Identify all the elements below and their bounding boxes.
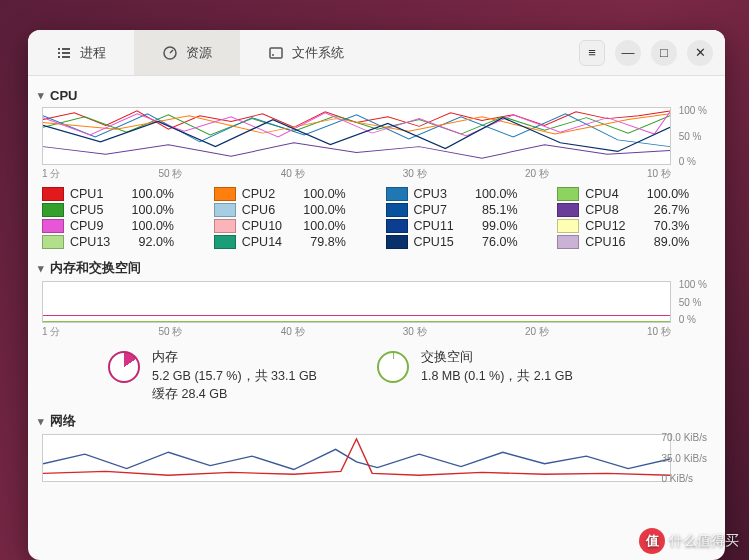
section-header-memory[interactable]: ▾ 内存和交换空间 <box>38 259 715 277</box>
cpu-legend-item: CPU10100.0% <box>214 219 368 233</box>
close-button[interactable]: ✕ <box>687 40 713 66</box>
x-tick: 1 分 <box>42 167 60 181</box>
memory-chart: 100 % 50 % 0 % <box>38 281 671 323</box>
watermark-text: 什么值得买 <box>669 532 739 550</box>
chevron-down-icon: ▾ <box>38 89 44 102</box>
x-tick: 20 秒 <box>525 325 549 339</box>
cpu-color-swatch <box>386 203 408 217</box>
cpu-name: CPU11 <box>414 219 462 233</box>
svg-rect-1 <box>270 48 282 58</box>
cpu-percent: 100.0% <box>468 187 518 201</box>
cpu-legend-item: CPU5100.0% <box>42 203 196 217</box>
watermark: 值 什么值得买 <box>639 528 739 554</box>
section-title: 网络 <box>50 412 76 430</box>
gauge-icon <box>162 45 178 61</box>
y-tick: 70.0 KiB/s <box>661 432 707 443</box>
cpu-legend-item: CPU1270.3% <box>557 219 711 233</box>
cpu-name: CPU16 <box>585 235 633 249</box>
cpu-name: CPU15 <box>414 235 462 249</box>
y-tick: 100 % <box>679 279 707 290</box>
memory-title: 内存 <box>152 347 317 367</box>
cpu-legend-item: CPU1689.0% <box>557 235 711 249</box>
cpu-legend-item: CPU1392.0% <box>42 235 196 249</box>
cpu-color-swatch <box>557 203 579 217</box>
cpu-name: CPU9 <box>70 219 118 233</box>
cpu-sparklines <box>43 108 670 164</box>
cpu-name: CPU6 <box>242 203 290 217</box>
cpu-percent: 92.0% <box>124 235 174 249</box>
disk-icon <box>268 45 284 61</box>
y-tick: 0 % <box>679 156 707 167</box>
memory-cache: 缓存 28.4 GB <box>152 385 317 404</box>
cpu-name: CPU4 <box>585 187 633 201</box>
tab-label: 进程 <box>80 44 106 62</box>
network-sparklines <box>43 435 670 481</box>
section-header-network[interactable]: ▾ 网络 <box>38 412 715 430</box>
x-tick: 50 秒 <box>159 325 183 339</box>
section-header-cpu[interactable]: ▾ CPU <box>38 88 715 103</box>
maximize-button[interactable]: □ <box>651 40 677 66</box>
memory-summary-row: 内存 5.2 GB (15.7 %)，共 33.1 GB 缓存 28.4 GB … <box>108 347 715 404</box>
cpu-color-swatch <box>386 219 408 233</box>
menu-button[interactable]: ≡ <box>579 40 605 66</box>
cpu-name: CPU12 <box>585 219 633 233</box>
cpu-legend-item: CPU785.1% <box>386 203 540 217</box>
y-tick: 50 % <box>679 297 707 308</box>
memory-item: 内存 5.2 GB (15.7 %)，共 33.1 GB 缓存 28.4 GB <box>108 347 317 404</box>
cpu-legend-item: CPU1576.0% <box>386 235 540 249</box>
swap-used: 1.8 MB (0.1 %)，共 2.1 GB <box>421 367 573 386</box>
cpu-name: CPU13 <box>70 235 118 249</box>
cpu-name: CPU10 <box>242 219 290 233</box>
cpu-legend-item: CPU1100.0% <box>42 187 196 201</box>
cpu-legend-item: CPU9100.0% <box>42 219 196 233</box>
cpu-legend-item: CPU826.7% <box>557 203 711 217</box>
cpu-name: CPU5 <box>70 203 118 217</box>
cpu-percent: 100.0% <box>296 219 346 233</box>
cpu-color-swatch <box>214 203 236 217</box>
x-tick: 30 秒 <box>403 325 427 339</box>
cpu-percent: 99.0% <box>468 219 518 233</box>
cpu-percent: 100.0% <box>124 203 174 217</box>
mem-xaxis: 1 分50 秒40 秒30 秒20 秒10 秒 <box>42 325 671 339</box>
chevron-down-icon: ▾ <box>38 262 44 275</box>
cpu-percent: 79.8% <box>296 235 346 249</box>
watermark-logo-icon: 值 <box>639 528 665 554</box>
cpu-color-swatch <box>386 235 408 249</box>
y-tick: 0 KiB/s <box>661 473 707 484</box>
cpu-percent: 100.0% <box>296 203 346 217</box>
content-area: ▾ CPU 100 % 50 % 0 % 1 分50 秒 <box>28 76 725 560</box>
window-controls: ≡ — □ ✕ <box>567 30 725 75</box>
cpu-legend-grid: CPU1100.0%CPU2100.0%CPU3100.0%CPU4100.0%… <box>42 187 711 249</box>
y-tick: 50 % <box>679 131 707 142</box>
tab-resources[interactable]: 资源 <box>134 30 240 75</box>
cpu-percent: 85.1% <box>468 203 518 217</box>
list-icon <box>56 45 72 61</box>
tab-filesystems[interactable]: 文件系统 <box>240 30 372 75</box>
cpu-legend-item: CPU2100.0% <box>214 187 368 201</box>
cpu-color-swatch <box>214 235 236 249</box>
y-tick: 0 % <box>679 314 707 325</box>
titlebar: 进程 资源 文件系统 ≡ — □ ✕ <box>28 30 725 76</box>
cpu-percent: 89.0% <box>639 235 689 249</box>
tab-label: 资源 <box>186 44 212 62</box>
cpu-chart: 100 % 50 % 0 % <box>38 107 671 165</box>
cpu-legend-item: CPU1199.0% <box>386 219 540 233</box>
cpu-legend-item: CPU3100.0% <box>386 187 540 201</box>
tab-processes[interactable]: 进程 <box>28 30 134 75</box>
cpu-name: CPU14 <box>242 235 290 249</box>
swap-title: 交换空间 <box>421 347 573 367</box>
cpu-color-swatch <box>42 203 64 217</box>
minimize-button[interactable]: — <box>615 40 641 66</box>
tab-label: 文件系统 <box>292 44 344 62</box>
cpu-name: CPU8 <box>585 203 633 217</box>
cpu-color-swatch <box>42 219 64 233</box>
x-tick: 40 秒 <box>281 167 305 181</box>
section-title: 内存和交换空间 <box>50 259 141 277</box>
x-tick: 10 秒 <box>647 325 671 339</box>
x-tick: 40 秒 <box>281 325 305 339</box>
cpu-percent: 100.0% <box>639 187 689 201</box>
cpu-color-swatch <box>557 187 579 201</box>
cpu-color-swatch <box>42 187 64 201</box>
x-tick: 10 秒 <box>647 167 671 181</box>
x-tick: 1 分 <box>42 325 60 339</box>
